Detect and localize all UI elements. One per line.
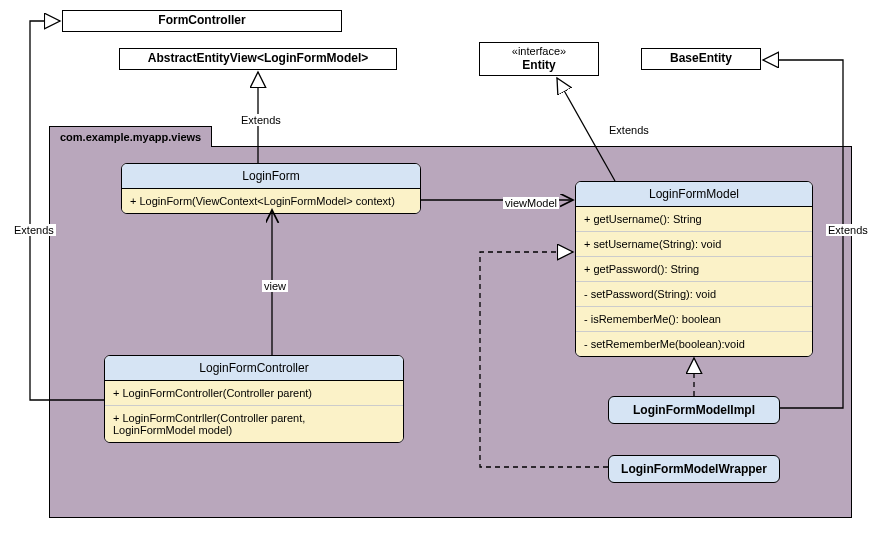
class-name: FormController bbox=[158, 13, 245, 29]
package-tab: com.example.myapp.views bbox=[49, 126, 212, 147]
class-name: LoginFormController bbox=[199, 361, 308, 375]
class-header: LoginFormModel bbox=[576, 182, 812, 207]
class-name: LoginFormModelWrapper bbox=[621, 462, 767, 476]
label-extends-loginformmodel: Extends bbox=[607, 124, 651, 136]
class-abstractentityview: AbstractEntityView<LoginFormModel> bbox=[119, 48, 397, 70]
class-name: Entity bbox=[522, 58, 555, 74]
class-member: + LoginFormController(Controller parent) bbox=[105, 381, 403, 406]
class-loginform: LoginForm + LoginForm(ViewContext<LoginF… bbox=[121, 163, 421, 214]
interface-entity: «interface» Entity bbox=[479, 42, 599, 76]
class-member: + getPassword(): String bbox=[576, 257, 812, 282]
class-header: LoginForm bbox=[122, 164, 420, 189]
class-name: LoginFormModel bbox=[649, 187, 739, 201]
package-name: com.example.myapp.views bbox=[60, 131, 201, 143]
class-member: + LoginForm(ViewContext<LoginFormModel> … bbox=[122, 189, 420, 213]
class-member: + setUsername(String): void bbox=[576, 232, 812, 257]
class-name: LoginFormModelImpl bbox=[633, 403, 755, 417]
class-loginformmodelwrapper: LoginFormModelWrapper bbox=[608, 455, 780, 483]
label-extends-loginformmodelimpl: Extends bbox=[826, 224, 870, 236]
class-member: - isRememberMe(): boolean bbox=[576, 307, 812, 332]
class-body: + LoginFormController(Controller parent)… bbox=[105, 381, 403, 442]
class-body: + getUsername(): String + setUsername(St… bbox=[576, 207, 812, 356]
class-loginformmodel: LoginFormModel + getUsername(): String +… bbox=[575, 181, 813, 357]
class-member: - setPassword(String): void bbox=[576, 282, 812, 307]
label-extends-loginform: Extends bbox=[239, 114, 283, 126]
class-loginformmodelimpl: LoginFormModelImpl bbox=[608, 396, 780, 424]
class-member: + LoginFormContrller(Controller parent, … bbox=[105, 406, 403, 442]
class-body: + LoginForm(ViewContext<LoginFormModel> … bbox=[122, 189, 420, 213]
class-member: - setRememberMe(boolean):void bbox=[576, 332, 812, 356]
class-baseentity: BaseEntity bbox=[641, 48, 761, 70]
label-viewmodel: viewModel bbox=[503, 197, 559, 209]
class-name: AbstractEntityView<LoginFormModel> bbox=[148, 51, 368, 67]
stereotype: «interface» bbox=[512, 44, 566, 58]
class-member: + getUsername(): String bbox=[576, 207, 812, 232]
class-name: LoginForm bbox=[242, 169, 299, 183]
class-header: LoginFormController bbox=[105, 356, 403, 381]
label-extends-loginformcontroller: Extends bbox=[12, 224, 56, 236]
label-view: view bbox=[262, 280, 288, 292]
class-formcontroller: FormController bbox=[62, 10, 342, 32]
class-loginformcontroller: LoginFormController + LoginFormControlle… bbox=[104, 355, 404, 443]
class-name: BaseEntity bbox=[670, 51, 732, 67]
